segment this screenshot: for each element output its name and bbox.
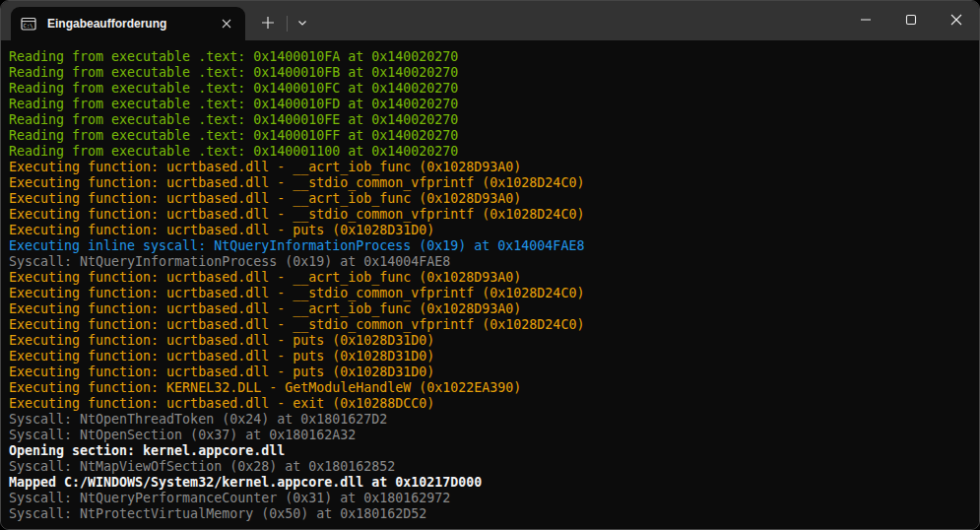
terminal-line: Executing function: ucrtbased.dll - puts… [9,333,971,349]
minimize-button[interactable] [843,1,888,40]
titlebar: C:\_ Eingabeaufforderung [1,1,979,40]
terminal-line: Reading from executable .text: 0x1400010… [9,97,971,112]
tab-dropdown-button[interactable] [288,7,317,40]
titlebar-drag-area [317,1,843,40]
minimize-icon [860,14,872,29]
terminal-line: Executing function: ucrtbased.dll - puts… [9,364,971,380]
terminal-line: Executing inline syscall: NtQueryInforma… [9,238,971,254]
terminal-line: Executing function: ucrtbased.dll - __st… [9,175,971,191]
close-icon [950,14,962,29]
terminal-line: Reading from executable .text: 0x1400010… [9,128,971,144]
tab-eingabeaufforderung[interactable]: C:\_ Eingabeaufforderung [11,7,245,40]
terminal-line: Executing function: ucrtbased.dll - __st… [9,207,971,223]
terminal-line: Executing function: ucrtbased.dll - __ac… [9,301,971,317]
terminal-line: Reading from executable .text: 0x1400010… [9,49,971,65]
terminal-line: Executing function: ucrtbased.dll - puts… [9,349,971,364]
terminal-line: Syscall: NtOpenSection (0x37) at 0x18016… [9,428,971,443]
maximize-icon [905,14,917,29]
terminal-line: Syscall: NtQueryPerformanceCounter (0x31… [9,491,971,506]
terminal-line: Executing function: ucrtbased.dll - __ac… [9,270,971,286]
plus-icon [261,16,275,33]
terminal-line: Executing function: ucrtbased.dll - __ac… [9,191,971,207]
terminal-output[interactable]: Reading from executable .text: 0x1400010… [1,40,979,529]
cmd-icon: C:\_ [21,16,36,32]
terminal-line: Reading from executable .text: 0x1400010… [9,112,971,128]
terminal-line: Syscall: NtProtectVirtualMemory (0x50) a… [9,506,971,522]
terminal-line: Reading from executable .text: 0x1400010… [9,65,971,81]
maximize-button[interactable] [888,1,934,40]
tab-title: Eingabeaufforderung [47,17,216,31]
terminal-line: Syscall: NtMapViewOfSection (0x28) at 0x… [9,459,971,475]
terminal-line: Syscall: NtOpenThreadToken (0x24) at 0x1… [9,412,971,428]
terminal-window: C:\_ Eingabeaufforderung [0,0,980,530]
terminal-line: Executing function: ucrtbased.dll - __st… [9,286,971,301]
terminal-line: Reading from executable .text: 0x1400011… [9,144,971,160]
terminal-line: Syscall: NtQueryInformationProcess (0x19… [9,254,971,270]
terminal-line: Executing function: ucrtbased.dll - exit… [9,396,971,412]
terminal-line: Reading from executable .text: 0x1400010… [9,81,971,97]
tab-close-icon[interactable] [216,13,237,34]
terminal-line: Executing function: ucrtbased.dll - __ac… [9,160,971,175]
terminal-line: Opening section: kernel.appcore.dll [9,443,971,459]
svg-text:C:\_: C:\_ [24,23,36,30]
terminal-line: Mapped C:/WINDOWS/System32/kernel.appcor… [9,475,971,491]
new-tab-button[interactable] [249,7,287,40]
chevron-down-icon [296,17,308,32]
terminal-line: Executing function: ucrtbased.dll - __st… [9,317,971,333]
terminal-line: Executing function: KERNEL32.DLL - GetMo… [9,380,971,396]
close-button[interactable] [934,1,979,40]
terminal-line: Executing function: ucrtbased.dll - puts… [9,223,971,238]
